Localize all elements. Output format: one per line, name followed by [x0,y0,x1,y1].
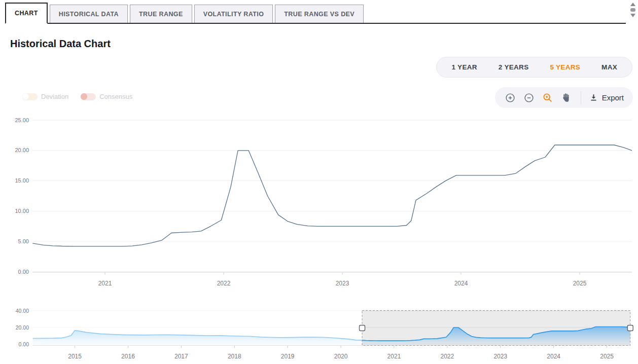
main-y-tick-label: 15.00 [15,177,29,184]
main-y-tick-label: 25.00 [15,117,29,123]
nav-x-tick-label: 2019 [281,353,295,360]
scroll-down-icon[interactable] [630,14,635,17]
brush-handle-right[interactable] [627,325,633,331]
main-x-tick-label: 2023 [336,280,349,287]
nav-x-tick-label: 2022 [441,353,454,360]
consensus-toggle[interactable]: Consensus [81,93,132,100]
main-x-tick-label: 2021 [98,280,112,287]
main-x-tick-label: 2022 [217,280,231,287]
deviation-toggle-label: Deviation [41,93,68,100]
range-1-year[interactable]: 1 YEAR [441,63,487,71]
scroll-up-icon[interactable] [630,3,635,6]
tab-chart[interactable]: CHART [5,3,48,24]
zoom-out-icon[interactable] [523,92,535,104]
tab-bar: CHARTHISTORICAL DATATRUE RANGEVOLATILITY… [5,2,626,24]
toggle-knob [81,93,87,100]
nav-x-tick-label: 2016 [121,353,135,360]
tab-true-range[interactable]: TRUE RANGE [130,5,192,23]
historical-data-page: CHARTHISTORICAL DATATRUE RANGEVOLATILITY… [0,0,638,364]
page-title: Historical Data Chart [10,38,111,50]
main-y-tick-label: 20.00 [15,147,29,153]
toolbar-divider [581,91,581,104]
range-2-years[interactable]: 2 YEARS [488,63,540,71]
range-max[interactable]: MAX [591,63,628,71]
tab-true-range-vs-dev[interactable]: TRUE RANGE VS DEV [275,5,364,23]
nav-x-tick-label: 2021 [387,353,401,360]
scroll-thumb[interactable] [630,8,635,12]
deviation-switch[interactable] [22,93,38,100]
download-icon [589,93,598,102]
nav-y-tick-label: 20.00 [16,324,29,331]
export-button-label: Export [602,93,624,102]
main-y-tick-label: 5.00 [18,238,29,244]
nav-y-tick-label: 0.00 [19,341,29,347]
main-x-tick-label: 2025 [573,280,587,287]
main-y-tick-label: 0.00 [18,269,29,275]
nav-y-tick-label: 40.00 [16,308,29,314]
toggle-knob [22,93,29,100]
deviation-toggle[interactable]: Deviation [22,93,68,100]
tab-volatility-ratio[interactable]: VOLATILITY RATIO [194,5,273,23]
nav-x-tick-label: 2020 [334,353,348,360]
navigator-chart[interactable]: 0.0020.0040.0020152016201720182019202020… [0,299,638,364]
selection-zoom-icon[interactable] [542,92,554,104]
brush-handle-left[interactable] [360,325,365,331]
range-selector: 1 YEAR2 YEARS5 YEARSMAX [436,57,632,78]
pan-icon[interactable] [560,92,573,104]
export-button[interactable]: Export [589,93,624,102]
nav-x-tick-label: 2017 [174,353,188,360]
nav-x-tick-label: 2025 [600,353,614,360]
chart-toolbar: Export [495,87,633,108]
tab-historical-data[interactable]: HISTORICAL DATA [50,5,128,23]
nav-x-tick-label: 2018 [228,353,241,360]
nav-unselected-fade [32,311,362,346]
legend-toggles: DeviationConsensus [22,93,132,100]
main-y-tick-label: 10.00 [15,208,29,214]
page-scrollbar [629,3,637,17]
nav-x-tick-label: 2023 [493,353,507,360]
nav-x-tick-label: 2024 [547,353,560,360]
main-line-chart[interactable]: 0.005.0010.0015.0020.0025.00202120222023… [0,112,638,294]
consensus-toggle-label: Consensus [99,93,132,100]
nav-x-tick-label: 2015 [68,353,82,360]
main-x-tick-label: 2024 [454,280,468,287]
zoom-in-icon[interactable] [504,92,516,104]
main-series-line [32,145,632,246]
consensus-switch[interactable] [81,93,96,100]
range-5-years[interactable]: 5 YEARS [539,63,591,71]
